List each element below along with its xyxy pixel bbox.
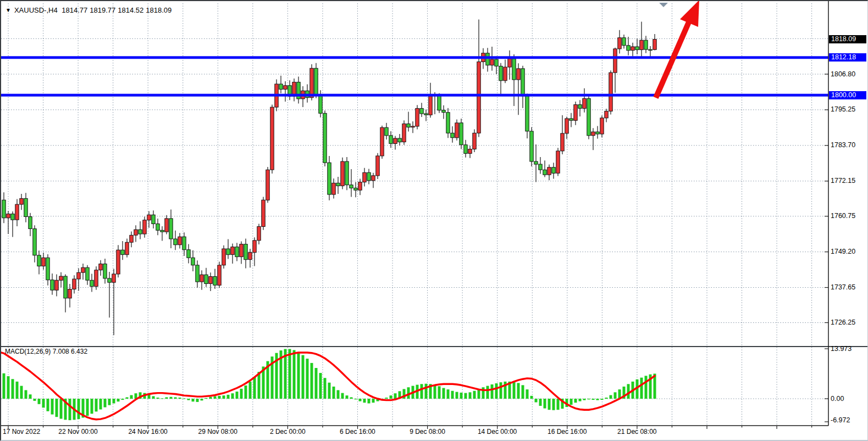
candle-body-down: [521, 69, 524, 96]
candle-body-down: [51, 280, 54, 291]
candle-body-up: [59, 276, 63, 280]
candle-body-up: [556, 151, 560, 173]
macd-histogram-bar: [293, 350, 296, 399]
macd-histogram-bar: [223, 395, 225, 399]
candlestick-series: [2, 20, 656, 336]
high-value: 1819.77: [90, 6, 115, 14]
candle-body-down: [169, 219, 173, 239]
candle-body-down: [37, 255, 41, 266]
macd-histogram-bar: [60, 399, 63, 419]
macd-histogram-bar: [86, 399, 89, 416]
time-axis-label: 6 Dec 16:00: [324, 428, 390, 436]
candle-body-down: [385, 127, 388, 136]
candle-body-up: [394, 138, 397, 144]
candle-body-up: [147, 215, 151, 220]
candle-body-down: [196, 265, 199, 282]
macd-histogram-bar: [16, 382, 19, 399]
time-axis-label: 24 Nov 16:00: [115, 428, 181, 436]
candle-body-down: [174, 239, 177, 245]
candle-body-down: [354, 188, 357, 190]
macd-histogram-bar: [201, 399, 203, 400]
candle-body-down: [570, 119, 573, 120]
time-axis-label: 16 Dec 16:00: [534, 428, 600, 436]
macd-histogram-bar: [601, 399, 604, 400]
macd-histogram-bar: [289, 349, 291, 399]
arrow-head[interactable]: [680, 1, 699, 27]
price-axis-label: 1795.25: [831, 105, 855, 114]
macd-histogram-bar: [583, 399, 586, 400]
candle-body-down: [204, 275, 208, 283]
symbol-dropdown-icon[interactable]: ▼: [5, 7, 11, 13]
candle-body-up: [477, 62, 480, 133]
up-arrow-annotation[interactable]: [656, 1, 699, 98]
candle-body-down: [407, 124, 410, 127]
candle-body-down: [587, 98, 590, 135]
candle-body-up: [332, 183, 335, 194]
macd-histogram-bar: [297, 352, 300, 399]
macd-histogram-bar: [161, 398, 164, 399]
macd-histogram-bar: [337, 390, 340, 399]
candle-body-down: [319, 94, 322, 114]
macd-histogram-bar: [333, 387, 335, 399]
candle-body-up: [341, 161, 344, 186]
candle-body-down: [226, 249, 230, 255]
candle-body-down: [64, 276, 67, 298]
macd-histogram-bar: [368, 399, 371, 404]
candle-body-down: [336, 183, 340, 186]
chart-canvas[interactable]: [1, 1, 868, 441]
macd-histogram-bar: [530, 396, 533, 399]
time-axis-label: 17 Nov 2022: [3, 428, 40, 436]
price-axis-label: 1783.70: [831, 141, 855, 149]
macd-histogram-bar: [34, 399, 36, 401]
macd-histogram-bar: [614, 392, 617, 399]
macd-axis-label: 0.00: [831, 395, 844, 403]
candle-body-down: [103, 264, 107, 278]
candle-body-up: [248, 253, 252, 260]
macd-histogram-bar: [56, 399, 58, 417]
candle-body-up: [402, 124, 406, 142]
macd-histogram-bar: [152, 396, 155, 399]
macd-histogram-bar: [570, 399, 573, 405]
macd-histogram-bar: [394, 393, 397, 399]
candle-body-down: [486, 53, 489, 65]
candle-body-up: [15, 204, 19, 220]
chart-shift-marker-icon[interactable]: [659, 3, 668, 7]
macd-histogram-bar: [42, 399, 45, 407]
candle-body-up: [20, 198, 23, 204]
macd-histogram-bar: [640, 378, 643, 399]
candle-body-up: [600, 118, 604, 134]
macd-histogram-bar: [421, 384, 423, 399]
macd-histogram-bar: [231, 393, 234, 399]
candle-body-up: [363, 172, 366, 182]
candle-body-down: [438, 95, 441, 110]
price-axis-label: 1772.15: [831, 177, 855, 185]
candle-body-down: [442, 110, 445, 113]
candle-body-down: [86, 267, 89, 280]
candle-body-up: [613, 49, 617, 72]
macd-histogram-bar: [306, 359, 309, 399]
macd-histogram-bar: [627, 384, 630, 399]
macd-histogram-bar: [192, 399, 195, 401]
candle-body-down: [156, 224, 159, 231]
arrow-shaft[interactable]: [656, 21, 689, 98]
price-axis[interactable]: 1806.801795.251783.701772.151760.751749.…: [829, 1, 868, 426]
macd-histogram-bar: [539, 399, 542, 406]
candle-body-down: [2, 200, 5, 218]
macd-histogram-bar: [315, 368, 318, 399]
macd-histogram-bar: [324, 378, 327, 399]
candle-body-down: [183, 237, 186, 250]
candle-body-up: [591, 132, 595, 136]
macd-histogram-bar: [372, 399, 375, 403]
macd-histogram-bar: [240, 389, 243, 399]
macd-histogram-bar: [363, 399, 366, 403]
candle-body-up: [640, 40, 643, 49]
macd-histogram-bar: [196, 399, 199, 402]
candle-body-down: [152, 215, 155, 224]
macd-histogram-bar: [236, 392, 239, 399]
macd-histogram-bar: [596, 399, 599, 400]
candle-body-down: [187, 250, 190, 258]
candle-body-up: [270, 107, 274, 170]
candle-body-down: [213, 277, 217, 286]
macd-histogram-bar: [592, 399, 595, 400]
time-axis[interactable]: 17 Nov 202222 Nov 00:0024 Nov 16:0029 No…: [1, 426, 829, 441]
